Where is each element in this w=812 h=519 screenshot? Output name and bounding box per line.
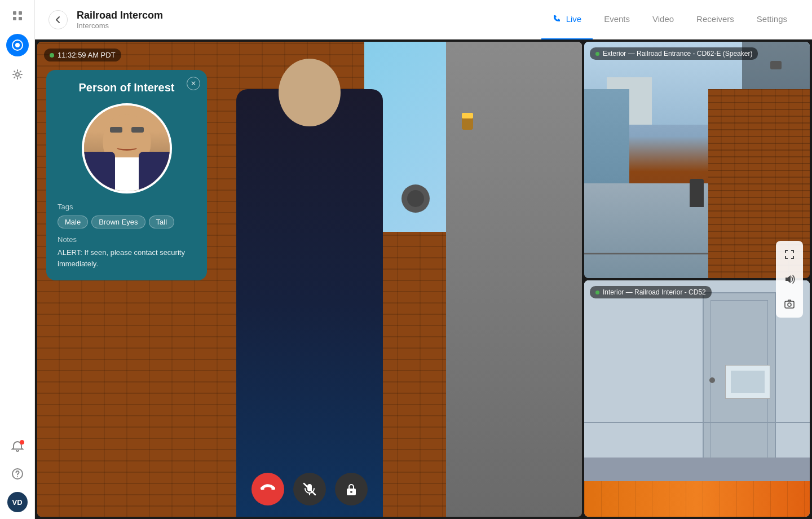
interior-camera-text: Interior — Railroad Interior - CD52 [603,288,706,296]
interior-camera-bg [584,280,810,517]
tags-label: Tags [58,203,196,211]
speaker-device [401,184,430,213]
svg-rect-0 [13,11,16,15]
tab-receivers[interactable]: Receivers [685,0,745,39]
page-subtitle: Intercoms [77,21,163,30]
live-indicator-dot [50,53,54,58]
lock-button[interactable] [335,473,368,505]
notes-label: Notes [58,235,196,244]
notes-section: Notes ALERT: If seen, please contact sec… [58,235,196,269]
back-button[interactable] [48,10,68,29]
person-of-interest-card: ✕ Person of Interest [46,70,207,280]
svg-rect-14 [785,301,794,308]
user-avatar[interactable]: VD [7,492,28,512]
svg-point-13 [350,491,352,493]
tag-male: Male [58,215,88,228]
grid-icon[interactable] [8,7,27,25]
poi-photo-bg [84,105,170,191]
tab-events-label: Events [604,14,630,24]
mute-button[interactable] [293,473,326,505]
light-fixture [462,113,473,130]
poi-title: Person of Interest [58,81,196,94]
svg-point-15 [788,303,791,306]
fullscreen-button[interactable] [780,245,798,263]
svg-rect-3 [19,17,22,20]
svg-rect-1 [19,11,22,15]
poi-close-button[interactable]: ✕ [187,77,200,90]
notification-bell-icon[interactable] [8,438,27,456]
tab-receivers-label: Receivers [696,14,734,24]
tags-list: Male Brown Eyes Tall [58,215,196,228]
header: Railroad Intercom Intercoms Live Events … [35,0,812,39]
tab-settings-label: Settings [757,14,787,24]
timestamp-badge: 11:32:59 AM PDT [44,49,121,61]
main-content: Railroad Intercom Intercoms Live Events … [35,0,812,519]
person-head [279,59,341,126]
tab-settings[interactable]: Settings [745,0,798,39]
intercom-nav-icon[interactable] [6,34,29,56]
sidebar-bottom: VD [7,438,28,512]
svg-point-6 [16,73,19,76]
screenshot-button[interactable] [780,295,798,313]
tab-events[interactable]: Events [593,0,641,39]
page-title: Railroad Intercom [77,10,163,21]
interior-camera-card: Interior — Railroad Interior - CD52 [584,280,810,517]
main-navigation: Live Events Video Receivers Settings [541,0,798,39]
main-camera-feed: 11:32:59 AM PDT ✕ Person of Interest [37,42,582,517]
hangup-button[interactable] [251,473,284,505]
exterior-camera-text: Exterior — Railroad Entrance - CD62-E (S… [603,50,752,58]
settings-icon[interactable] [8,65,27,83]
poi-photo [82,103,172,193]
tab-video-label: Video [652,14,674,24]
tab-live[interactable]: Live [541,0,593,39]
person-area [219,42,400,517]
timestamp-text: 11:32:59 AM PDT [58,51,116,59]
tab-live-label: Live [566,14,582,24]
sidebar: VD [0,0,35,519]
interior-camera-label: Interior — Railroad Interior - CD52 [590,286,712,298]
exterior-camera-label: Exterior — Railroad Entrance - CD62-E (S… [590,47,758,60]
header-title-area: Railroad Intercom Intercoms [77,10,163,30]
call-controls [251,473,368,505]
volume-button[interactable] [780,270,798,288]
video-controls-panel [776,241,803,318]
tag-tall: Tall [149,215,175,228]
notes-text: ALERT: If seen, please contact security … [58,247,196,269]
live-tab-icon [553,14,562,25]
tags-section: Tags Male Brown Eyes Tall [58,203,196,228]
interior-active-dot [595,291,599,294]
person-body [236,89,383,517]
video-area: 11:32:59 AM PDT ✕ Person of Interest [35,39,812,519]
notification-badge [20,440,24,445]
svg-point-5 [15,43,20,47]
tab-video[interactable]: Video [641,0,685,39]
help-icon[interactable] [8,465,27,483]
tag-brown-eyes: Brown Eyes [91,215,145,228]
svg-point-8 [17,476,18,477]
svg-rect-2 [13,17,16,20]
exterior-active-dot [595,52,599,56]
